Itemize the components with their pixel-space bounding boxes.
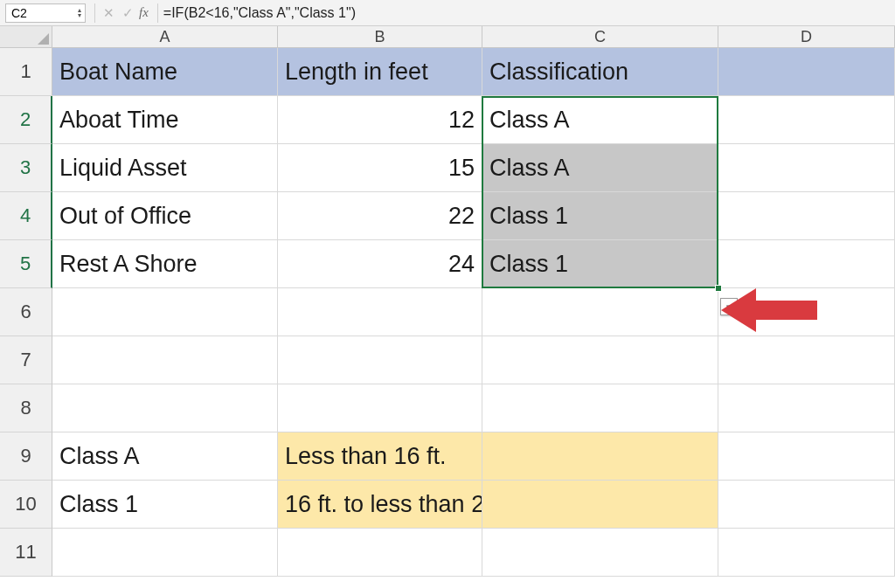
cell-a4[interactable]: Out of Office (52, 192, 278, 240)
divider (157, 3, 158, 23)
cell-a9[interactable]: Class A (52, 432, 278, 481)
autofill-options-button[interactable]: ▾ (720, 298, 738, 315)
row-header-10[interactable]: 10 (0, 481, 52, 529)
row-header-11[interactable]: 11 (0, 529, 52, 577)
cell-c3[interactable]: Class A (482, 144, 718, 192)
cell-b1[interactable]: Length in feet (278, 48, 482, 96)
row-headers: 1 2 3 4 5 6 7 8 9 10 11 (0, 48, 52, 577)
cell-reference: C2 (11, 6, 27, 20)
name-box[interactable]: C2 ▴ ▾ (5, 3, 86, 23)
column-header-d[interactable]: D (718, 26, 895, 48)
cell-d4[interactable] (718, 192, 895, 240)
row-header-3[interactable]: 3 (0, 144, 52, 192)
cell-b10[interactable]: 16 ft. to less than 26 ft. (278, 481, 482, 529)
formula-bar: C2 ▴ ▾ ✕ ✓ fx (0, 0, 895, 26)
cell-a1[interactable]: Boat Name (52, 48, 278, 96)
cell-c6[interactable] (482, 288, 718, 336)
row-header-7[interactable]: 7 (0, 336, 52, 384)
cancel-formula-button[interactable]: ✕ (99, 3, 118, 23)
table-row (52, 529, 895, 577)
row-header-4[interactable]: 4 (0, 192, 52, 240)
cell-c10[interactable] (482, 481, 718, 529)
cell-b4[interactable]: 22 (278, 192, 482, 240)
cell-d9[interactable] (718, 432, 895, 481)
cell-b6[interactable] (278, 288, 482, 336)
cell-b8[interactable] (278, 384, 482, 432)
table-row: Liquid Asset 15 Class A (52, 144, 895, 192)
cell-a10[interactable]: Class 1 (52, 481, 278, 529)
spinner-down-icon[interactable]: ▾ (78, 13, 81, 18)
cell-b9[interactable]: Less than 16 ft. (278, 432, 482, 481)
fill-handle[interactable] (715, 285, 722, 292)
table-row: Class 1 16 ft. to less than 26 ft. (52, 481, 895, 529)
cell-b2[interactable]: 12 (278, 96, 482, 144)
table-row: Out of Office 22 Class 1 (52, 192, 895, 240)
column-headers: A B C D (0, 26, 895, 48)
cell-c9[interactable] (482, 432, 718, 481)
cell-d7[interactable] (718, 336, 895, 384)
cell-a5[interactable]: Rest A Shore (52, 240, 278, 288)
cell-b11[interactable] (278, 529, 482, 577)
cell-d8[interactable] (718, 384, 895, 432)
cell-a7[interactable] (52, 336, 278, 384)
formula-input[interactable] (162, 3, 895, 23)
table-row: Class A Less than 16 ft. (52, 432, 895, 481)
cell-b5[interactable]: 24 (278, 240, 482, 288)
table-row (52, 384, 895, 432)
cell-d11[interactable] (718, 529, 895, 577)
row-header-2[interactable]: 2 (0, 96, 52, 144)
cell-c4[interactable]: Class 1 (482, 192, 718, 240)
spreadsheet-grid[interactable]: A B C D 1 2 3 4 5 6 7 8 9 10 11 Boat Nam… (0, 26, 895, 588)
cell-a8[interactable] (52, 384, 278, 432)
cell-c2[interactable]: Class A (482, 96, 718, 144)
cell-d5[interactable] (718, 240, 895, 288)
cell-c7[interactable] (482, 336, 718, 384)
table-row (52, 336, 895, 384)
cell-b7[interactable] (278, 336, 482, 384)
accept-formula-button[interactable]: ✓ (118, 3, 137, 23)
cell-c8[interactable] (482, 384, 718, 432)
table-row: Aboat Time 12 Class A (52, 96, 895, 144)
table-row: Rest A Shore 24 Class 1 (52, 240, 895, 288)
cells-area: Boat Name Length in feet Classification … (52, 48, 895, 588)
cell-d3[interactable] (718, 144, 895, 192)
table-row (52, 288, 895, 336)
cell-a11[interactable] (52, 529, 278, 577)
column-header-b[interactable]: B (278, 26, 482, 48)
select-all-corner[interactable] (0, 26, 52, 48)
table-row: Boat Name Length in feet Classification (52, 48, 895, 96)
column-header-a[interactable]: A (52, 26, 278, 48)
row-header-9[interactable]: 9 (0, 432, 52, 481)
cell-d2[interactable] (718, 96, 895, 144)
column-header-c[interactable]: C (482, 26, 718, 48)
cell-c5[interactable]: Class 1 (482, 240, 718, 288)
row-header-1[interactable]: 1 (0, 48, 52, 96)
divider (94, 3, 95, 23)
cell-a6[interactable] (52, 288, 278, 336)
row-header-8[interactable]: 8 (0, 384, 52, 432)
cell-a2[interactable]: Aboat Time (52, 96, 278, 144)
cell-a3[interactable]: Liquid Asset (52, 144, 278, 192)
cell-d10[interactable] (718, 481, 895, 529)
cell-c1[interactable]: Classification (482, 48, 718, 96)
cell-d1[interactable] (718, 48, 895, 96)
cell-c11[interactable] (482, 529, 718, 577)
autofill-options-icon: ▾ (726, 301, 732, 313)
x-icon: ✕ (103, 5, 114, 21)
row-header-5[interactable]: 5 (0, 240, 52, 288)
cell-b3[interactable]: 15 (278, 144, 482, 192)
name-box-spinner[interactable]: ▴ ▾ (78, 8, 81, 18)
row-header-6[interactable]: 6 (0, 288, 52, 336)
cell-d6[interactable] (718, 288, 895, 336)
check-icon: ✓ (122, 5, 134, 21)
fx-icon[interactable]: fx (137, 5, 154, 20)
